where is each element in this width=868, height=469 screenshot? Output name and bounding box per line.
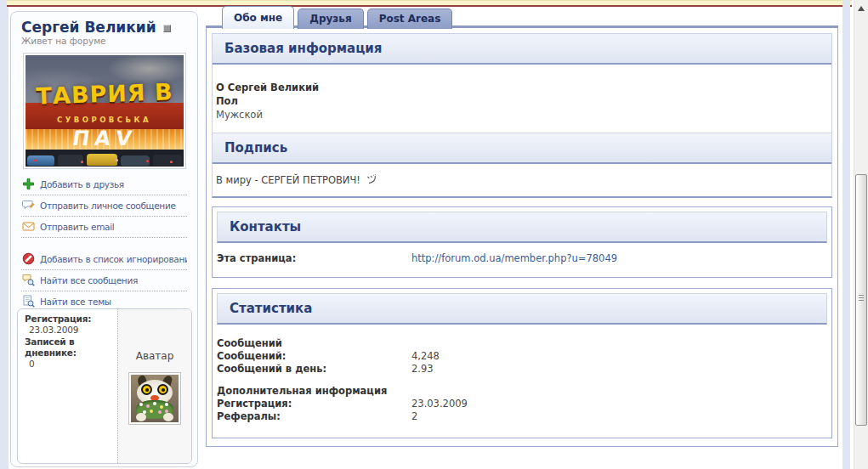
page-left-margin <box>0 0 9 469</box>
link-label: Добавить в список игнорирования <box>40 254 187 264</box>
email-icon <box>22 220 35 233</box>
basic-info-header: Базовая информация <box>213 34 831 65</box>
add-friend-link[interactable]: Добавить в друзья <box>21 174 187 195</box>
statistics-header: Статистика <box>217 293 827 325</box>
link-label: Отправить личное сообщение <box>40 201 176 211</box>
search-threads-icon <box>22 295 35 308</box>
profile-picture-frame: ТАВРИЯ В СУВОРОВСЬКА ПАV <box>23 53 186 169</box>
member-mini-stats: Регистрация: 23.03.2009 Записей в дневни… <box>17 308 192 464</box>
additional-group-label: Дополнительная информация <box>217 385 824 398</box>
registration-label: Регистрация: <box>25 314 114 325</box>
tab-about-me[interactable]: Обо мне <box>222 6 294 29</box>
contacts-section: Контакты Эта страница: http://forum.od.u… <box>212 206 832 278</box>
signature-text: В миру - СЕРГЕЙ ПЕТРОВИЧ! <box>216 174 360 186</box>
avatar-label: Аватар <box>118 350 191 362</box>
avatar-image <box>131 375 179 422</box>
send-private-message-link[interactable]: Отправить личное сообщение <box>21 195 187 217</box>
avatar-frame <box>128 372 181 425</box>
smiley-icon <box>366 174 377 184</box>
private-message-icon <box>22 199 35 212</box>
about-user-label: О Сергей Великий <box>216 82 319 93</box>
contacts-header: Контакты <box>217 212 827 243</box>
registration-value: 23.03.2009 <box>25 325 114 336</box>
avatar-cell: Аватар <box>117 309 191 463</box>
stat-row-messages: Сообщений: 4,248 <box>217 350 824 363</box>
gender-value: Мужской <box>216 109 263 121</box>
profile-tabs: Обо мне Друзья Post Areas <box>222 6 452 29</box>
stat-row-referrals: Рефералы: 2 <box>217 410 824 423</box>
search-posts-icon <box>22 274 35 286</box>
username: Сергей Великий <box>21 19 156 36</box>
link-label: Найти все темы <box>40 297 111 307</box>
vertical-scrollbar-thumb[interactable] <box>855 174 867 426</box>
add-ignore-list-link[interactable]: Добавить в список игнорирования <box>21 249 187 270</box>
contacts-row: Эта страница: http://forum.od.ua/member.… <box>217 243 827 273</box>
blog-entries-label: Записей в дневнике: <box>25 336 114 359</box>
signature-row: В миру - СЕРГЕЙ ПЕТРОВИЧ! <box>213 164 831 196</box>
photo-sign-text: ТАВРИЯ В <box>26 78 184 110</box>
scrollbar-up-arrow-icon[interactable] <box>855 3 867 14</box>
photo-facade-letters: ПАV <box>26 128 184 149</box>
find-all-posts-link[interactable]: Найти все сообщения <box>21 270 187 291</box>
photo-cars <box>26 150 184 167</box>
add-friend-icon <box>22 178 35 190</box>
stat-row-registration: Регистрация: 23.03.2009 <box>217 398 824 410</box>
profile-url-link[interactable]: http://forum.od.ua/member.php?u=78049 <box>411 252 617 264</box>
about-me-panel: Базовая информация О Сергей Великий Пол … <box>206 25 838 447</box>
link-label: Добавить в друзья <box>40 179 124 189</box>
signature-header: Подпись <box>213 133 831 164</box>
ignore-icon <box>22 252 35 265</box>
basic-info-section: Базовая информация О Сергей Великий Пол … <box>212 33 832 198</box>
tab-post-areas[interactable]: Post Areas <box>367 8 453 29</box>
link-label: Отправить email <box>40 222 114 232</box>
link-label: Найти все сообщения <box>40 275 138 285</box>
profile-picture: ТАВРИЯ В СУВОРОВСЬКА ПАV <box>26 55 184 167</box>
page-right-margin <box>842 0 850 469</box>
photo-sign-subtext: СУВОРОВСЬКА <box>26 116 184 124</box>
statistics-section: Статистика Сообщений Сообщений: 4,248 Со… <box>212 288 832 438</box>
stat-row-messages-per-day: Сообщений в день: 2.93 <box>217 363 824 376</box>
offline-indicator-icon <box>163 25 171 32</box>
basic-info-row: О Сергей Великий Пол Мужской <box>213 65 831 133</box>
messages-group-label: Сообщений <box>217 337 824 350</box>
send-email-link[interactable]: Отправить email <box>21 217 187 238</box>
gender-label: Пол <box>216 95 238 107</box>
blog-entries-value: 0 <box>25 359 114 370</box>
statistics-content: Сообщений Сообщений: 4,248 Сообщений в д… <box>217 325 827 433</box>
user-status: Живет на форуме <box>21 36 187 46</box>
tab-friends[interactable]: Друзья <box>298 8 363 29</box>
this-page-label: Эта страница: <box>217 252 411 264</box>
member-sidebar: Сергей Великий Живет на форуме ТАВРИЯ В … <box>10 11 198 467</box>
